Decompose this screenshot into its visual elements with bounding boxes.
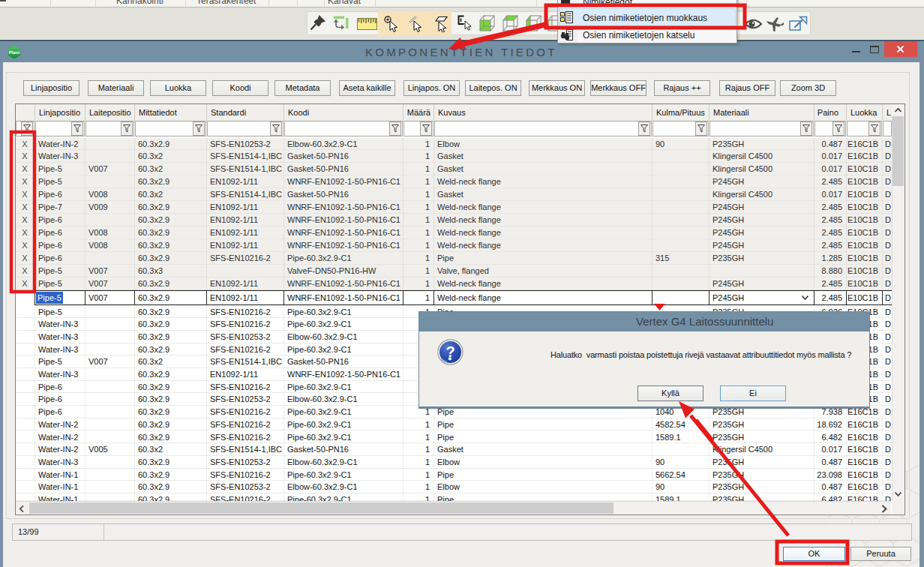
svg-text:Plant: Plant (9, 50, 20, 55)
svg-text:?: ? (446, 344, 454, 360)
